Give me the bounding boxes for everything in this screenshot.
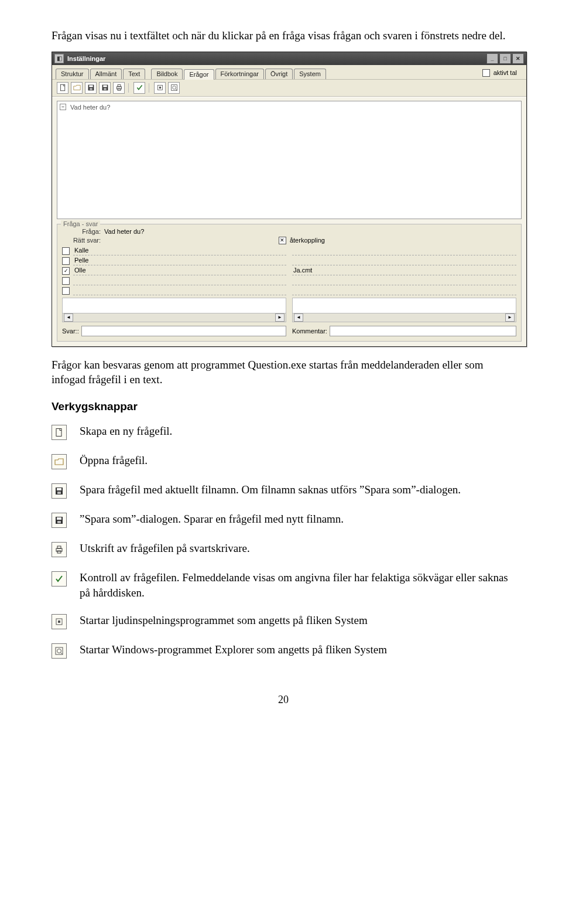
tb-print-icon[interactable] bbox=[113, 82, 125, 94]
tb-check-icon[interactable] bbox=[133, 82, 145, 94]
save-as-icon bbox=[52, 513, 67, 528]
tb-open-icon[interactable] bbox=[71, 82, 83, 94]
record-icon bbox=[52, 614, 67, 629]
svg-rect-15 bbox=[56, 428, 61, 436]
svg-rect-2 bbox=[89, 86, 93, 87]
toolbar bbox=[52, 79, 526, 97]
print-desc: Utskrift av frågefilen på svartskrivare. bbox=[80, 541, 250, 556]
svar-input[interactable] bbox=[81, 326, 286, 336]
tb-record-icon[interactable] bbox=[154, 82, 166, 94]
kommentar-label: Kommentar: bbox=[292, 328, 327, 335]
new-file-icon bbox=[52, 425, 67, 440]
feedback-2[interactable]: Ja.cmt bbox=[292, 267, 516, 275]
tab-system[interactable]: System bbox=[294, 69, 326, 79]
question-tree[interactable]: − Vad heter du? bbox=[57, 101, 522, 219]
tab-allmant[interactable]: Allmänt bbox=[90, 69, 122, 79]
answer-0[interactable]: Kalle bbox=[73, 247, 286, 255]
scroll-right-icon[interactable]: ► bbox=[275, 313, 285, 322]
svg-rect-5 bbox=[103, 86, 107, 87]
intro-paragraph-1: Frågan visas nu i textfältet och när du … bbox=[52, 28, 515, 43]
fraga-svar-panel: Fråga - svar Fråga: Vad heter du? Rätt s… bbox=[57, 224, 522, 342]
feedback-4[interactable] bbox=[292, 287, 516, 295]
settings-window: ◧ Inställningar _ □ ✕ Struktur Allmänt T… bbox=[52, 52, 527, 347]
tb-new-icon[interactable] bbox=[57, 82, 68, 94]
tb-saveas-icon[interactable] bbox=[99, 82, 111, 94]
save-icon bbox=[52, 483, 67, 499]
panel-legend: Fråga - svar bbox=[61, 220, 100, 227]
tree-item-label[interactable]: Vad heter du? bbox=[70, 104, 110, 111]
answer-check-3[interactable] bbox=[62, 277, 70, 285]
svg-rect-8 bbox=[118, 85, 121, 87]
svg-rect-3 bbox=[90, 88, 92, 90]
answer-3[interactable] bbox=[73, 277, 286, 285]
minimize-button[interactable]: _ bbox=[486, 53, 498, 64]
svg-rect-20 bbox=[57, 517, 61, 520]
scroll-left-icon-2[interactable]: ◄ bbox=[294, 313, 303, 322]
save-desc: Spara frågefil med aktuellt filnamn. Om … bbox=[80, 482, 461, 497]
page-number: 20 bbox=[52, 694, 515, 706]
tb-save-icon[interactable] bbox=[85, 82, 97, 94]
ratt-svar-label: Rätt svar: bbox=[62, 237, 101, 244]
app-icon: ◧ bbox=[54, 54, 64, 63]
svg-rect-6 bbox=[104, 88, 107, 90]
check-icon bbox=[52, 571, 67, 587]
feedback-0[interactable] bbox=[292, 247, 516, 255]
answer-1[interactable]: Pelle bbox=[73, 257, 286, 265]
fraga-label: Fråga: bbox=[62, 228, 101, 235]
save-as-desc: ”Spara som”-dialogen. Sparar en frågefil… bbox=[80, 512, 344, 527]
close-button[interactable]: ✕ bbox=[512, 53, 524, 64]
aktivt-tal-checkbox[interactable] bbox=[482, 69, 490, 77]
svg-rect-26 bbox=[58, 620, 60, 623]
answer-2[interactable]: Olle bbox=[73, 267, 286, 275]
tab-forkortningar[interactable]: Förkortningar bbox=[215, 69, 264, 79]
check-desc: Kontroll av frågefilen. Felmeddelande vi… bbox=[80, 570, 515, 600]
answer-check-0[interactable] bbox=[62, 247, 70, 255]
intro-paragraph-2: Frågor kan besvaras genom att programmet… bbox=[52, 357, 515, 387]
kommentar-input[interactable] bbox=[330, 326, 516, 336]
svg-point-28 bbox=[57, 649, 61, 653]
svg-point-13 bbox=[172, 86, 176, 90]
tab-text[interactable]: Text bbox=[123, 69, 145, 79]
answer-4[interactable] bbox=[73, 287, 286, 295]
feedback-3[interactable] bbox=[292, 277, 516, 285]
aterkoppling-checkbox[interactable]: ✕ bbox=[279, 237, 286, 244]
answer-check-1[interactable] bbox=[62, 257, 70, 265]
svg-rect-11 bbox=[159, 87, 160, 88]
tab-fragor[interactable]: Erågor bbox=[184, 69, 214, 80]
open-file-desc: Öppna frågefil. bbox=[80, 453, 148, 468]
feedback-1[interactable] bbox=[292, 257, 516, 265]
svg-rect-18 bbox=[57, 492, 61, 494]
maximize-button[interactable]: □ bbox=[499, 53, 511, 64]
answer-check-4[interactable] bbox=[62, 287, 70, 295]
svar-label: Svar:: bbox=[62, 328, 79, 335]
tab-strip: Struktur Allmänt Text Bildbok Erågor För… bbox=[52, 65, 526, 79]
titlebar: ◧ Inställningar _ □ ✕ bbox=[52, 52, 526, 65]
svg-rect-17 bbox=[57, 488, 61, 490]
feedback-scroll[interactable]: ◄► bbox=[292, 298, 516, 322]
open-file-icon bbox=[52, 454, 67, 469]
answers-scroll[interactable]: ◄► bbox=[62, 298, 286, 322]
explorer-icon bbox=[52, 643, 67, 659]
section-heading: Verkygsknappar bbox=[52, 400, 515, 413]
tree-collapse-icon[interactable]: − bbox=[60, 104, 66, 110]
new-file-desc: Skapa en ny frågefil. bbox=[80, 424, 172, 439]
aterkoppling-label: återkoppling bbox=[290, 237, 325, 244]
tab-struktur[interactable]: Struktur bbox=[56, 69, 89, 79]
print-icon bbox=[52, 542, 67, 557]
answer-check-2[interactable]: ✓ bbox=[62, 267, 70, 275]
svg-rect-0 bbox=[60, 84, 64, 91]
aktivt-tal-label: aktivt tal bbox=[494, 69, 517, 76]
tb-explorer-icon[interactable] bbox=[168, 82, 180, 94]
tab-bildbok[interactable]: Bildbok bbox=[151, 69, 183, 79]
record-desc: Startar ljudinspelningsprogrammet som an… bbox=[80, 613, 368, 628]
svg-rect-23 bbox=[57, 546, 61, 548]
scroll-left-icon[interactable]: ◄ bbox=[64, 313, 73, 322]
window-title: Inställningar bbox=[67, 55, 486, 62]
explorer-desc: Startar Windows-programmet Explorer som … bbox=[80, 642, 387, 657]
tab-ovrigt[interactable]: Övrigt bbox=[265, 69, 293, 79]
fraga-value: Vad heter du? bbox=[104, 228, 144, 235]
svg-rect-21 bbox=[57, 521, 61, 523]
scroll-right-icon-2[interactable]: ► bbox=[505, 313, 515, 322]
